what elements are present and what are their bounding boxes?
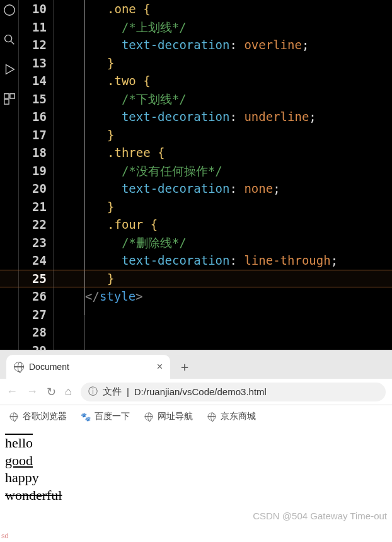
- line-number: 11: [19, 18, 47, 37]
- code-line[interactable]: text-decoration: line-through;: [107, 251, 392, 270]
- globe-icon: [9, 412, 19, 422]
- line-number: 12: [19, 36, 47, 54]
- back-icon[interactable]: ←: [6, 385, 18, 398]
- address-prefix: 文件: [103, 386, 122, 398]
- bookmark-label: 百度一下: [95, 411, 130, 422]
- line-number: 23: [19, 234, 47, 252]
- code-line[interactable]: }: [107, 54, 392, 72]
- page-content: hellogoodhappywonderful: [0, 428, 392, 510]
- line-number: 13: [19, 54, 47, 72]
- line-number: 14: [19, 72, 47, 90]
- bookmark-label: 谷歌浏览器: [23, 411, 67, 422]
- rendered-text: hello: [5, 434, 387, 452]
- search-icon[interactable]: [3, 33, 16, 47]
- code-line[interactable]: .three {: [107, 144, 392, 162]
- tab-strip: Document × +: [0, 350, 392, 379]
- activity-bar: [0, 0, 19, 350]
- code-line[interactable]: /*下划线*/: [107, 90, 392, 108]
- line-number: 21: [19, 198, 47, 216]
- bookmark-item[interactable]: 京东商城: [207, 411, 256, 422]
- line-number: 18: [19, 144, 47, 162]
- watermark: CSDN @504 Gateway Time-out: [253, 510, 387, 521]
- rendered-text: happy: [5, 469, 387, 487]
- line-number: 17: [19, 126, 47, 144]
- code-editor: 1011121314151617181920212223242526272829…: [0, 0, 392, 350]
- globe-icon: [14, 362, 24, 372]
- address-path: D:/ruanjian/vsCode/demo3.html: [134, 386, 267, 397]
- svg-point-0: [4, 5, 14, 16]
- code-line[interactable]: text-decoration: underline;: [107, 108, 392, 126]
- fold-column: [54, 0, 85, 350]
- bookmark-item[interactable]: 网址导航: [144, 411, 193, 422]
- svg-rect-2: [4, 94, 8, 98]
- svg-rect-4: [4, 100, 8, 104]
- code-line[interactable]: /*没有任何操作*/: [107, 162, 392, 180]
- address-bar: ← → ↻ ⌂ ⓘ 文件 | D:/ruanjian/vsCode/demo3.…: [0, 379, 392, 405]
- forward-icon[interactable]: →: [26, 385, 38, 398]
- line-number: 16: [19, 108, 47, 126]
- explorer-icon[interactable]: [3, 3, 16, 17]
- rendered-text: wonderful: [5, 487, 387, 504]
- code-line[interactable]: .four {: [107, 216, 392, 234]
- rendered-text: good: [5, 452, 387, 470]
- close-icon[interactable]: ×: [157, 361, 163, 372]
- address-input[interactable]: ⓘ 文件 | D:/ruanjian/vsCode/demo3.html: [81, 383, 386, 401]
- line-number: 19: [19, 162, 47, 180]
- code-line[interactable]: </style>: [85, 287, 392, 306]
- code-line[interactable]: .two {: [107, 72, 392, 90]
- svg-point-1: [4, 35, 11, 42]
- code-line[interactable]: /*删除线*/: [107, 234, 392, 252]
- line-number: 27: [19, 306, 47, 324]
- bookmark-item[interactable]: 谷歌浏览器: [9, 411, 67, 422]
- tab-title: Document: [29, 362, 69, 372]
- line-number: 10: [19, 0, 47, 18]
- new-tab-button[interactable]: +: [175, 357, 194, 376]
- code-area[interactable]: .one { /*上划线*/ text-decoration: overline…: [85, 0, 392, 350]
- code-line[interactable]: text-decoration: overline;: [107, 36, 392, 54]
- baidu-icon: 🐾: [81, 412, 91, 422]
- bookmarks-bar: 谷歌浏览器🐾百度一下网址导航京东商城: [0, 405, 392, 428]
- reload-icon[interactable]: ↻: [47, 385, 56, 399]
- home-icon[interactable]: ⌂: [65, 385, 72, 398]
- line-number: 20: [19, 180, 47, 198]
- line-number: 26: [19, 287, 47, 306]
- code-line[interactable]: }: [107, 126, 392, 144]
- info-icon: ⓘ: [88, 386, 98, 398]
- line-numbers: 1011121314151617181920212223242526272829: [19, 0, 54, 350]
- corner-label: sd: [1, 532, 9, 539]
- line-number: 15: [19, 90, 47, 108]
- address-sep: |: [127, 386, 129, 397]
- line-number: 24: [19, 251, 47, 270]
- globe-icon: [207, 412, 217, 422]
- run-icon[interactable]: [3, 62, 16, 76]
- bookmark-item[interactable]: 🐾百度一下: [81, 411, 130, 422]
- bookmark-label: 网址导航: [158, 411, 193, 422]
- svg-rect-3: [9, 94, 14, 98]
- bookmark-label: 京东商城: [221, 411, 256, 422]
- code-line[interactable]: }: [107, 198, 392, 216]
- code-line[interactable]: .one {: [107, 0, 392, 18]
- line-number: 22: [19, 216, 47, 234]
- extensions-icon[interactable]: [3, 92, 16, 106]
- code-line[interactable]: text-decoration: none;: [107, 180, 392, 198]
- browser-tab[interactable]: Document ×: [6, 355, 170, 379]
- code-line[interactable]: /*上划线*/: [107, 18, 392, 37]
- line-number: 28: [19, 323, 47, 342]
- globe-icon: [144, 412, 154, 422]
